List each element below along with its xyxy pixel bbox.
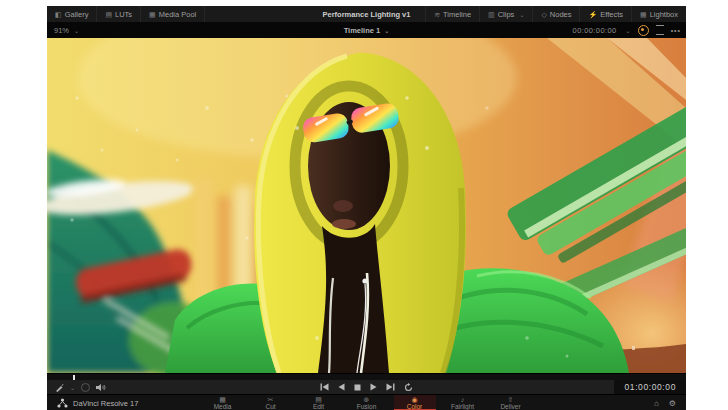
tab-deliver-label: Deliver [500, 403, 520, 410]
tab-edit[interactable]: ▤ Edit [298, 395, 340, 410]
effects-label: Effects [600, 10, 623, 19]
fusion-page-icon: ⊛ [364, 396, 370, 404]
timecode-chevron-icon: ⌄ [626, 27, 631, 34]
tab-media[interactable]: ▦ Media [202, 395, 244, 410]
play-reverse-button[interactable] [338, 383, 345, 391]
toolbar-left-group: ◧ Gallery ▤ LUTs ▦ Media Pool [47, 6, 205, 22]
timeline-icon: ≋ [434, 11, 440, 18]
tab-cut[interactable]: ✂ Cut [250, 395, 292, 410]
tab-deliver[interactable]: ⇧ Deliver [490, 395, 532, 410]
cut-page-icon: ✂ [268, 396, 274, 404]
tab-edit-label: Edit [313, 403, 324, 410]
clips-label: Clips [498, 10, 515, 19]
viewer-toolbar-right: 00:00:00:00 ⌄ ••• [573, 25, 681, 36]
tab-fairlight-label: Fairlight [451, 403, 474, 410]
media-page-icon: ▦ [219, 396, 226, 404]
page-tab-bar: DaVinci Resolve 17 ▦ Media ✂ Cut ▤ Edit … [47, 394, 686, 410]
app-window: ◧ Gallery ▤ LUTs ▦ Media Pool Performanc… [47, 6, 686, 410]
home-icon[interactable]: ⌂ [654, 399, 659, 408]
luts-icon: ▤ [105, 11, 112, 18]
gallery-label: Gallery [65, 10, 89, 19]
first-frame-button[interactable] [320, 383, 329, 391]
tab-cut-label: Cut [265, 403, 275, 410]
settings-gear-icon[interactable]: ⚙ [669, 399, 676, 408]
timeline-chevron-icon: ⌄ [384, 28, 389, 34]
luts-button[interactable]: ▤ LUTs [97, 6, 141, 22]
fairlight-page-icon: ♪ [461, 396, 465, 404]
tab-color-label: Color [407, 403, 423, 410]
more-options-icon[interactable]: ••• [671, 27, 681, 34]
master-timecode: 01:00:00:00 [614, 380, 686, 394]
clips-icon: ▥ [488, 11, 495, 18]
lightbox-label: Lightbox [650, 10, 678, 19]
lightbox-button[interactable]: ▦ Lightbox [631, 6, 686, 22]
effects-button[interactable]: ⚡ Effects [579, 6, 631, 22]
tab-media-label: Media [214, 403, 232, 410]
play-button[interactable] [370, 383, 377, 391]
tab-fusion-label: Fusion [357, 403, 377, 410]
toolbar-right-group: ≋ Timeline ▥ Clips ⌄ ◇ Nodes ⚡ Effects ▦… [425, 6, 686, 22]
color-page-icon: ◉ [411, 396, 417, 404]
transport-controls [47, 383, 686, 392]
gallery-button[interactable]: ◧ Gallery [47, 6, 97, 22]
viewer-image[interactable] [47, 38, 686, 373]
stop-button[interactable] [354, 384, 361, 391]
timeline-label: Timeline [443, 10, 471, 19]
tab-fairlight[interactable]: ♪ Fairlight [442, 395, 484, 410]
media-pool-icon: ▦ [149, 11, 156, 18]
page-bar-right: ⌂ ⚙ [654, 395, 676, 410]
clips-button[interactable]: ▥ Clips ⌄ [479, 6, 532, 22]
deliver-page-icon: ⇧ [508, 396, 514, 404]
media-pool-button[interactable]: ▦ Media Pool [141, 6, 205, 22]
clips-chevron-icon: ⌄ [519, 11, 524, 18]
nodes-icon: ◇ [541, 11, 546, 18]
edit-page-icon: ▤ [315, 396, 322, 404]
media-pool-label: Media Pool [159, 10, 197, 19]
viewer-toolbar: 91% ⌄ Timeline 1 ⌄ 00:00:00:00 ⌄ ••• [47, 22, 686, 38]
expand-viewer-icon[interactable] [656, 25, 664, 35]
timeline-name: Timeline 1 [344, 26, 381, 35]
luts-label: LUTs [115, 10, 132, 19]
top-toolbar: ◧ Gallery ▤ LUTs ▦ Media Pool Performanc… [47, 6, 686, 22]
page-tabs: ▦ Media ✂ Cut ▤ Edit ⊛ Fusion ◉ Color ♪ … [47, 395, 686, 410]
transport-bar: ⌄ [47, 380, 686, 394]
nodes-label: Nodes [550, 10, 572, 19]
effects-icon: ⚡ [588, 11, 597, 18]
loop-button[interactable] [404, 383, 413, 392]
last-frame-button[interactable] [386, 383, 395, 391]
tab-fusion[interactable]: ⊛ Fusion [346, 395, 388, 410]
timeline-button[interactable]: ≋ Timeline [425, 6, 479, 22]
gallery-icon: ◧ [55, 11, 62, 18]
nodes-button[interactable]: ◇ Nodes [532, 6, 579, 22]
enhanced-viewer-icon[interactable] [638, 25, 649, 36]
graded-clip-artwork [47, 38, 686, 373]
tab-color[interactable]: ◉ Color [394, 395, 436, 410]
viewer-timecode: 00:00:00:00 [573, 26, 617, 35]
lightbox-icon: ▦ [640, 11, 647, 18]
